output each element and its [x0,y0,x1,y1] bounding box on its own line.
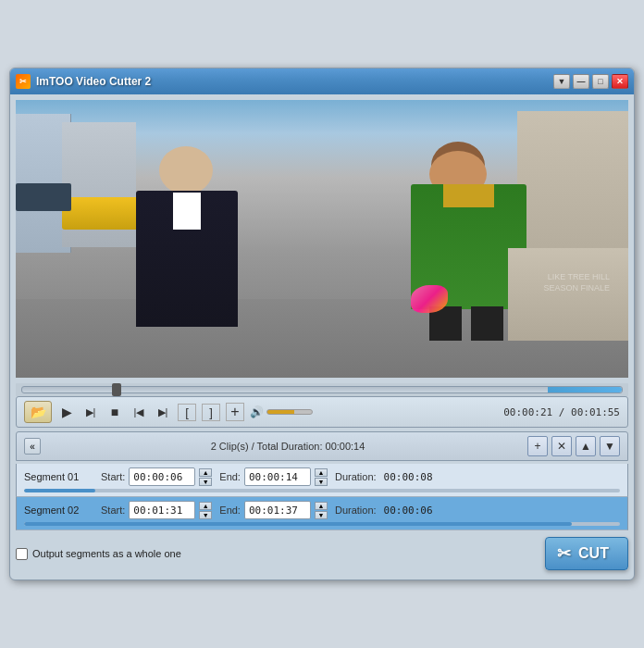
title-bar-controls: ▼ — □ ✕ [553,74,628,89]
video-display: LIKE TREE HILL SEASON FINALE [16,100,628,378]
timeline-progress [548,387,622,393]
stop-button[interactable]: ■ [105,403,124,421]
start-time-input-1[interactable] [129,467,195,486]
mark-out-button[interactable]: ] [202,404,220,421]
title-bar: ✂ ImTOO Video Cutter 2 ▼ — □ ✕ [10,69,634,94]
start-time-input-2[interactable] [129,501,195,519]
window-title: ImTOO Video Cutter 2 [36,75,151,88]
collapse-segments-button[interactable]: « [24,438,41,455]
add-clip-button[interactable]: + [226,403,244,421]
end-field-1: End: ▲ ▼ [219,467,328,486]
start-spinner-1: ▲ ▼ [199,468,212,486]
close-button[interactable]: ✕ [612,74,628,89]
end-spinner-2: ▲ ▼ [315,502,328,519]
person-suit [136,146,238,327]
end-spinner-down-1[interactable]: ▼ [315,478,328,486]
controls-bar: 📂 ▶ ▶| ■ |◀ ▶| [ ] + 🔊 00:00:21 / 00:01:… [16,396,628,428]
end-spinner-up-2[interactable]: ▲ [315,502,328,510]
scissors-icon: ✂ [557,543,571,564]
cut-button[interactable]: ✂ CUT [545,537,628,570]
play-button[interactable]: ▶ [57,403,76,421]
mark-in-button[interactable]: [ [178,404,196,421]
end-field-2: End: ▲ ▼ [219,501,328,519]
segment-label-1: Segment 01 [24,471,93,482]
segment-list: Segment 01 Start: ▲ ▼ End: ▲ ▼ [10,464,634,530]
time-display: 00:00:21 / 00:01:55 [503,406,620,418]
timeline-area [16,383,628,396]
segments-header: « 2 Clip(s) / Total Duration: 00:00:14 +… [16,431,628,461]
prev-frame-button[interactable]: |◀ [130,405,148,420]
move-segment-up-button[interactable]: ▲ [576,436,596,456]
volume-slider[interactable] [266,409,313,415]
minimize-button[interactable]: — [573,74,589,89]
end-spinner-up-1[interactable]: ▲ [315,468,328,477]
step-forward-button[interactable]: ▶| [81,405,100,420]
maximize-button[interactable]: □ [592,74,609,89]
end-spinner-1: ▲ ▼ [315,468,328,486]
end-spinner-down-2[interactable]: ▼ [315,511,328,519]
collapse-button[interactable]: ▼ [553,74,570,89]
timeline-thumb[interactable] [112,383,121,396]
segment-progress-fill-2 [24,522,572,526]
end-time-input-1[interactable] [244,467,311,486]
start-spinner-down-2[interactable]: ▼ [199,511,212,519]
title-bar-left: ✂ ImTOO Video Cutter 2 [16,74,151,89]
current-time: 00:00:21 [503,406,552,418]
cut-label: CUT [578,545,609,562]
start-field-2: Start: ▲ ▼ [101,501,212,519]
remove-segment-button[interactable]: ✕ [551,436,572,456]
segments-info: 2 Clip(s) / Total Duration: 00:00:14 [48,441,527,452]
app-window: ✂ ImTOO Video Cutter 2 ▼ — □ ✕ [9,68,635,580]
start-spinner-up-1[interactable]: ▲ [199,468,212,477]
duration-1: 00:00:08 [384,471,433,483]
segment-action-buttons: + ✕ ▲ ▼ [527,436,620,456]
taxi-car [62,197,145,230]
output-option: Output segments as a whole one [16,548,181,560]
start-field-1: Start: ▲ ▼ [101,467,212,486]
next-frame-button[interactable]: ▶| [154,405,172,420]
segment-progress-fill-1 [24,489,95,492]
output-whole-label: Output segments as a whole one [32,548,181,559]
bottom-bar: Output segments as a whole one ✂ CUT [16,533,628,574]
video-watermark: LIKE TREE HILL SEASON FINALE [543,271,610,294]
timeline-track[interactable] [21,386,623,393]
volume-control: 🔊 [250,405,313,418]
segment-row-1[interactable]: Segment 01 Start: ▲ ▼ End: ▲ ▼ [16,464,628,497]
segment-progress-bar-2 [24,522,620,526]
segment-progress-bar-1 [24,489,620,492]
open-file-button[interactable]: 📂 [24,401,52,423]
sidewalk [508,248,628,341]
move-segment-down-button[interactable]: ▼ [600,436,620,456]
video-frame: LIKE TREE HILL SEASON FINALE [16,100,628,378]
app-icon: ✂ [16,74,31,89]
duration-2: 00:00:06 [384,505,433,517]
output-whole-checkbox[interactable] [16,548,28,560]
segment-label-2: Segment 02 [24,505,93,516]
start-spinner-down-1[interactable]: ▼ [199,478,212,486]
add-segment-button[interactable]: + [527,436,548,456]
dark-car [16,183,71,211]
segment-row-2[interactable]: Segment 02 Start: ▲ ▼ End: ▲ ▼ [16,497,628,530]
start-spinner-2: ▲ ▼ [199,502,212,519]
start-spinner-up-2[interactable]: ▲ [199,502,212,510]
volume-icon: 🔊 [250,405,264,418]
total-time: 00:01:55 [571,406,620,418]
end-time-input-2[interactable] [244,501,311,519]
time-separator: / [559,406,571,418]
